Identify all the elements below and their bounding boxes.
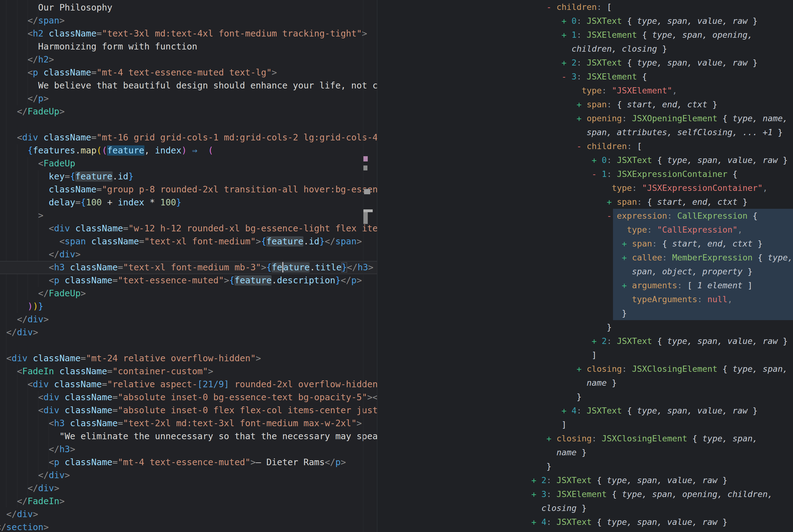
ast-line[interactable]: name } xyxy=(531,376,793,390)
ast-line[interactable]: type: "JSXElement", xyxy=(531,83,793,97)
ast-tree[interactable]: - children: [ + 0: JSXText { type, span,… xyxy=(531,0,793,529)
ast-line[interactable]: + 2: JSXText { type, span, value, raw } xyxy=(531,56,793,70)
code-token: : xyxy=(627,141,637,151)
code-token: > xyxy=(75,249,80,260)
code-line[interactable]: delay={100 + index * 100} xyxy=(0,196,377,209)
ast-line[interactable]: + 3: JSXElement { type, span, opening, c… xyxy=(531,487,793,501)
ast-line[interactable]: - children: [ xyxy=(531,139,793,153)
code-token: </ xyxy=(0,483,38,493)
ast-line[interactable]: + callee: MemberExpression { type, xyxy=(531,250,793,264)
code-line[interactable]: <FadeIn className="container-custom"> xyxy=(0,365,377,378)
ast-line[interactable]: + 2: JSXText { type, span, value, raw } xyxy=(531,473,793,487)
code-line[interactable]: "We eliminate the unnecessary so that th… xyxy=(0,430,377,443)
code-line[interactable] xyxy=(0,339,377,352)
code-line[interactable]: </div> xyxy=(0,469,377,482)
code-line[interactable]: <span className="text-xl font-medium">{f… xyxy=(0,235,377,248)
ast-line[interactable]: + 4: JSXText { type, span, value, raw } xyxy=(531,404,793,418)
code-line[interactable]: className="group p-8 rounded-2xl transit… xyxy=(0,183,377,196)
ast-line[interactable]: + 1: JSXElement { type, span, opening, xyxy=(531,28,793,42)
code-line[interactable]: </div> xyxy=(0,248,377,261)
ast-line[interactable]: } xyxy=(531,320,793,334)
code-line[interactable]: </FadeUp> xyxy=(0,105,377,118)
ast-line[interactable]: - 1: JSXExpressionContainer { xyxy=(531,167,793,181)
code-line[interactable]: <FadeUp xyxy=(0,157,377,170)
ast-line[interactable]: type: "JSXExpressionContainer", xyxy=(531,181,793,195)
code-line[interactable]: <div className="relative aspect-[21/9] r… xyxy=(0,378,377,391)
ast-line[interactable]: ] xyxy=(531,418,793,432)
ast-line[interactable]: + closing: JSXClosingElement { type, spa… xyxy=(531,362,793,376)
code-line[interactable]: <h3 className="text-xl font-medium mb-3"… xyxy=(0,261,377,274)
code-line[interactable]: <h2 className="text-3xl md:text-4xl font… xyxy=(0,27,377,40)
code-line[interactable]: {features.map((feature, index) ⇒ ( xyxy=(0,144,377,157)
ast-line[interactable]: } xyxy=(531,306,793,320)
ast-line[interactable]: + 2: JSXText { type, span, value, raw } xyxy=(531,334,793,348)
code-token: map xyxy=(81,145,96,156)
code-line[interactable]: </h3> xyxy=(0,443,377,456)
code-line[interactable]: key={feature.id} xyxy=(0,170,377,183)
code-line[interactable]: <p className="mt-4 text-essence-muted">—… xyxy=(0,456,377,469)
code-token: h3 xyxy=(59,444,70,454)
ast-line[interactable]: name } xyxy=(531,445,793,459)
code-line[interactable]: <h3 className="text-2xl md:text-3xl font… xyxy=(0,417,377,430)
code-token: > xyxy=(0,210,43,221)
ast-line[interactable]: + 0: JSXText { type, span, value, raw } xyxy=(531,14,793,28)
code-line[interactable]: > xyxy=(0,209,377,222)
code-line[interactable]: Our Philosophy xyxy=(0,1,377,14)
code-token: JSXText xyxy=(587,406,622,415)
code-line[interactable]: </h2> xyxy=(0,53,377,66)
ast-line[interactable]: closing } xyxy=(531,501,793,515)
ast-line[interactable]: + span: { start, end, ctxt } xyxy=(531,97,793,111)
code-line[interactable] xyxy=(0,118,377,131)
code-line[interactable]: </div> xyxy=(0,508,377,521)
code-token: closing xyxy=(556,434,592,443)
code-text[interactable]: Our Philosophy </span> <h2 className="te… xyxy=(0,1,377,532)
ast-line[interactable]: + 4: JSXText { type, span, value, raw } xyxy=(531,515,793,529)
ast-line[interactable]: + opening: JSXOpeningElement { type, nam… xyxy=(531,111,793,125)
ast-line[interactable]: typeArguments: null, xyxy=(531,292,793,306)
ast-line[interactable]: type: "CallExpression", xyxy=(531,223,793,236)
code-token: : xyxy=(577,16,587,26)
ast-line[interactable]: children, closing } xyxy=(531,42,793,56)
ast-line[interactable]: span, object, property } xyxy=(531,264,793,278)
code-line[interactable]: We believe that beautiful design should … xyxy=(0,79,377,92)
code-token: </ xyxy=(325,236,335,247)
code-token: expression xyxy=(617,211,667,221)
code-line[interactable]: </FadeIn> xyxy=(0,495,377,508)
code-line[interactable]: <p className="text-essence-muted">{featu… xyxy=(0,274,377,287)
ast-line[interactable]: + closing: JSXClosingElement { type, spa… xyxy=(531,432,793,445)
ast-line[interactable]: - children: [ xyxy=(531,0,793,14)
ast-line[interactable]: + 0: JSXText { type, span, value, raw } xyxy=(531,153,793,167)
ast-line[interactable]: - expression: CallExpression { xyxy=(531,209,793,223)
code-line[interactable]: <div className="absolute inset-0 bg-esse… xyxy=(0,391,377,404)
code-line[interactable]: <div className="mt-16 grid grid-cols-1 m… xyxy=(0,131,377,144)
code-line[interactable]: </p> xyxy=(0,92,377,105)
code-token xyxy=(531,44,572,54)
code-line[interactable]: <div className="w-12 h-12 rounded-xl bg-… xyxy=(0,222,377,235)
code-line[interactable]: </div> xyxy=(0,326,377,339)
code-line[interactable]: </span> xyxy=(0,14,377,27)
code-line[interactable]: </section> xyxy=(0,521,377,532)
code-token: : xyxy=(546,475,557,485)
ast-line[interactable]: + span: { start, end, ctxt } xyxy=(531,195,793,209)
code-line[interactable]: <div className="absolute inset-0 flex fl… xyxy=(0,404,377,417)
code-line[interactable]: <div className="mt-24 relative overflow-… xyxy=(0,352,377,365)
ast-explorer-pane[interactable]: - children: [ + 0: JSXText { type, span,… xyxy=(377,0,793,532)
ast-line[interactable]: span, attributes, selfClosing, ... +1 } xyxy=(531,125,793,139)
ast-line[interactable]: } xyxy=(531,390,793,404)
code-line[interactable]: Harmonizing form with function xyxy=(0,40,377,53)
ast-line[interactable]: ] xyxy=(531,348,793,362)
code-token xyxy=(187,145,192,156)
code-line[interactable]: <p className="mt-4 text-essence-muted te… xyxy=(0,66,377,79)
ast-line[interactable]: + arguments: [ 1 element ] xyxy=(531,278,793,292)
ast-line[interactable]: + span: { start, end, ctxt } xyxy=(531,236,793,250)
code-line[interactable]: </div> xyxy=(0,313,377,326)
code-line[interactable]: </FadeUp> xyxy=(0,287,377,300)
code-editor-pane[interactable]: Our Philosophy </span> <h2 className="te… xyxy=(0,0,377,532)
code-token: fe xyxy=(272,262,282,272)
code-line[interactable]: ))} xyxy=(0,300,377,313)
ast-line[interactable]: - 3: JSXElement { xyxy=(531,70,793,83)
code-token: : xyxy=(607,336,617,346)
ast-line[interactable]: } xyxy=(531,459,793,473)
code-token: name xyxy=(587,378,612,387)
code-line[interactable]: </div> xyxy=(0,482,377,495)
